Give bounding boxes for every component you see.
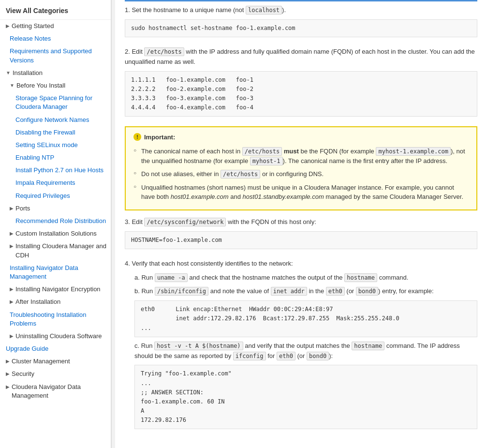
- sidebar-item-installation[interactable]: ▼ Installation: [0, 67, 111, 79]
- step-4b: b. Run /sbin/ifconfig and note the value…: [134, 286, 477, 337]
- sidebar-item-label: Upgrade Guide: [6, 344, 48, 353]
- sidebar-item-label: Uninstalling Cloudera Software: [15, 332, 102, 341]
- sidebar-item-installing-cm[interactable]: ▶ Installing Cloudera Manager and CDH: [0, 240, 111, 261]
- code-myhost-fqdn: myhost-1.example.com: [376, 147, 451, 156]
- sidebar-item-before-install[interactable]: ▼ Before You Install: [0, 79, 111, 92]
- step-1: 1. Set the hostname to a unique name (no…: [125, 5, 477, 37]
- step-4c-code: Trying "foo-1.example.com" ... ;; ANSWER…: [134, 365, 477, 429]
- sidebar-item-uninstalling[interactable]: ▶ Uninstalling Cloudera Software: [0, 330, 111, 343]
- code-etc-hosts: /etc/hosts: [144, 47, 184, 56]
- sidebar-item-installing-navigator-data[interactable]: Installing Navigator Data Management: [0, 262, 111, 283]
- code-bond0-2: bond0: [307, 352, 329, 360]
- sidebar-item-ports[interactable]: ▶ Ports: [0, 202, 111, 215]
- important-item-1: The canonical name of each host in /etc/…: [133, 145, 469, 167]
- sidebar-item-label: Installing Cloudera Manager and CDH: [15, 242, 107, 259]
- step-3-code: HOSTNAME=foo-1.example.com: [125, 231, 477, 249]
- sidebar-item-label: Storage Space Planning for Cloudera Mana…: [15, 94, 107, 111]
- sidebar-scrollbar[interactable]: [111, 0, 115, 448]
- sidebar-item-setting-selinux[interactable]: Setting SELinux mode: [0, 139, 111, 151]
- chevron-down-icon: ▼: [10, 82, 15, 89]
- code-sysconfig-network: /etc/sysconfig/network: [144, 218, 226, 226]
- sidebar-item-storage-space[interactable]: Storage Space Planning for Cloudera Mana…: [0, 92, 111, 113]
- chevron-right-icon: ▶: [10, 230, 14, 237]
- step-3-text: 3. Edit /etc/sysconfig/network with the …: [125, 218, 316, 225]
- sidebar-item-label: Required Privileges: [15, 192, 70, 200]
- chevron-right-icon: ▶: [6, 371, 10, 377]
- important-item-2: Do not use aliases, either in /etc/hosts…: [133, 167, 469, 181]
- chevron-right-icon: ▶: [10, 333, 14, 340]
- sidebar-item-cluster-mgmt[interactable]: ▶ Cluster Management: [0, 355, 111, 368]
- chevron-right-icon: ▶: [6, 23, 10, 30]
- sidebar-item-label: Release Notes: [10, 34, 51, 43]
- sidebar-item-recommended-role[interactable]: Recommended Role Distribution: [0, 215, 111, 227]
- sidebar-item-label: Ports: [15, 204, 30, 213]
- sidebar-item-label: Disabling the Firewall: [15, 128, 75, 137]
- sidebar-item-enabling-ntp[interactable]: Enabling NTP: [0, 151, 111, 164]
- sidebar-item-label: Cloudera Navigator Data Management: [12, 383, 107, 400]
- step-3: 3. Edit /etc/sysconfig/network with the …: [125, 217, 477, 249]
- important-box: ! Important: The canonical name of each …: [125, 126, 477, 210]
- sidebar-item-cloudera-navigator[interactable]: ▶ Cloudera Navigator Data Management: [0, 381, 111, 402]
- step-4b-code: eth0 Link encap:Ethernet HWaddr 00:0C:29…: [134, 300, 477, 337]
- sidebar-item-install-python[interactable]: Install Python 2.7 on Hue Hosts: [0, 164, 111, 177]
- code-host-cmd: host -v -t A $(hostname): [154, 342, 243, 350]
- host01-standby: host01.standby.example.com: [243, 193, 324, 200]
- step-4c: c. Run host -v -t A $(hostname) and veri…: [134, 341, 477, 430]
- sidebar-item-impala-req[interactable]: Impala Requirements: [0, 177, 111, 189]
- chevron-right-icon: ▶: [10, 205, 14, 212]
- code-hostname-cmd: hostname: [344, 273, 377, 282]
- important-item-3: Unqualified hostnames (short names) must…: [133, 181, 469, 204]
- sidebar-item-getting-started[interactable]: ▶ Getting Started: [0, 20, 111, 32]
- important-list: The canonical name of each host in /etc/…: [133, 145, 469, 204]
- sidebar-item-security[interactable]: ▶ Security: [0, 368, 111, 380]
- step-4: 4. Verify that each host consistently id…: [125, 259, 477, 430]
- chevron-down-icon: ▼: [6, 70, 11, 76]
- step-4a: a. Run uname -a and check that the hostn…: [134, 273, 477, 283]
- host01-fqdn: host01.example.com: [171, 193, 229, 200]
- code-ifconfig-2: ifconfig: [233, 352, 266, 360]
- sidebar-item-disabling-firewall[interactable]: Disabling the Firewall: [0, 126, 111, 139]
- chevron-right-icon: ▶: [10, 243, 14, 250]
- sidebar-item-label: Installation: [13, 69, 43, 77]
- sidebar-header: View All Categories: [0, 0, 111, 20]
- important-label: Important:: [144, 134, 175, 141]
- sidebar-item-label: Installing Navigator Encryption: [15, 285, 101, 294]
- sidebar-item-label: Before You Install: [16, 81, 65, 90]
- sidebar-item-label: Requirements and Supported Versions: [10, 47, 107, 64]
- code-inet-addr: inet addr: [271, 287, 307, 296]
- sidebar-item-label: Installing Navigator Data Management: [10, 264, 107, 281]
- step-4-text: 4. Verify that each host consistently id…: [125, 260, 293, 267]
- sidebar-item-upgrade-guide[interactable]: Upgrade Guide: [0, 343, 111, 355]
- sidebar-item-label: Enabling NTP: [15, 153, 54, 162]
- sidebar-item-label: Setting SELinux mode: [15, 141, 78, 149]
- code-etc-hosts-2: /etc/hosts: [221, 170, 260, 179]
- code-localhost: localhost: [246, 6, 282, 15]
- sidebar-item-release-notes[interactable]: Release Notes: [0, 32, 111, 45]
- code-uname: uname -a: [155, 273, 188, 282]
- sidebar-item-label: After Installation: [15, 298, 60, 306]
- code-bond0-1: bond0: [356, 287, 378, 296]
- code-eth0-1: eth0: [326, 287, 345, 296]
- sidebar-item-configure-network[interactable]: Configure Network Names: [0, 114, 111, 126]
- sidebar-item-label: Cluster Management: [12, 357, 70, 366]
- sidebar-item-troubleshooting[interactable]: Troubleshooting Installation Problems: [0, 309, 111, 330]
- sidebar-item-label: Configure Network Names: [15, 116, 89, 124]
- step-2: 2. Edit /etc/hosts with the IP address a…: [125, 47, 477, 117]
- sidebar-item-required-priv[interactable]: Required Privileges: [0, 190, 111, 202]
- sidebar-item-after-install[interactable]: ▶ After Installation: [0, 296, 111, 308]
- code-myhost-short: myhost-1: [250, 157, 283, 165]
- sidebar-item-label: Troubleshooting Installation Problems: [10, 311, 107, 328]
- sidebar-item-label: Custom Installation Solutions: [15, 229, 97, 238]
- sidebar-item-requirements[interactable]: Requirements and Supported Versions: [0, 45, 111, 66]
- important-title: ! Important:: [133, 133, 469, 141]
- step-2-code: 1.1.1.1 foo-1.example.com foo-1 2.2.2.2 …: [125, 71, 477, 117]
- sidebar-item-installing-navigator-enc[interactable]: ▶ Installing Navigator Encryption: [0, 283, 111, 296]
- code-ifconfig: /sbin/ifconfig: [155, 287, 208, 296]
- sidebar-item-custom-install[interactable]: ▶ Custom Installation Solutions: [0, 227, 111, 240]
- important-icon: !: [133, 133, 141, 141]
- chevron-right-icon: ▶: [10, 286, 14, 293]
- step-2-text: 2. Edit /etc/hosts with the IP address a…: [125, 48, 475, 65]
- step-1-code: sudo hostnamectl set-hostname foo-1.exam…: [125, 19, 477, 37]
- code-hostname-cmd-2: hostname: [352, 342, 384, 350]
- sidebar: View All Categories ▶ Getting Started Re…: [0, 0, 111, 448]
